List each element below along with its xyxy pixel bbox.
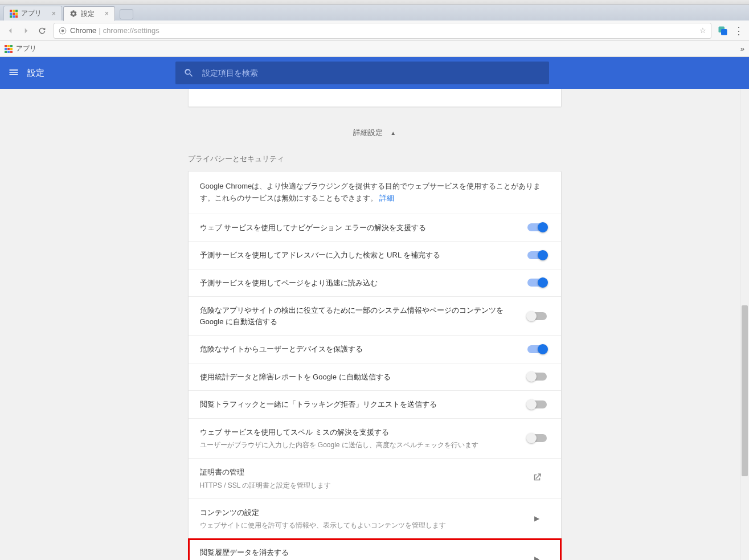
scrollbar-thumb[interactable] [742, 305, 748, 476]
privacy-row-10[interactable]: 閲覧履歴データを消去する閲覧履歴、Cookie、キャッシュなどを削除します▶ [189, 539, 561, 560]
bookmark-star-icon[interactable]: ☆ [699, 26, 706, 35]
row-title: 証明書の管理 [200, 467, 525, 478]
bookmarks-bar: アプリ » [0, 41, 749, 57]
toggle[interactable] [527, 434, 547, 442]
privacy-intro-link[interactable]: 詳細 [379, 194, 394, 202]
apps-icon [5, 45, 13, 53]
row-subtitle: ウェブサイトに使用を許可する情報や、表示してもよいコンテンツを管理します [200, 520, 525, 530]
external-link-icon [532, 472, 542, 484]
privacy-row-4: 危険なサイトからユーザーとデバイスを保護する [189, 336, 561, 363]
row-title: 閲覧トラフィックと一緒に「トラッキング拒否」リクエストを送信する [200, 399, 525, 410]
toggle[interactable] [527, 251, 547, 259]
toggle[interactable] [527, 312, 547, 320]
address-bar[interactable]: Chrome | chrome://settings ☆ [54, 23, 711, 39]
scrollbar[interactable] [740, 89, 749, 560]
advanced-label: 詳細設定 [353, 128, 383, 137]
page-title: 設定 [27, 68, 44, 79]
chevron-up-icon: ▲ [390, 130, 396, 136]
content-area: 詳細設定 ▲ プライバシーとセキュリティ Google Chromeは、より快適… [0, 89, 749, 560]
settings-header: 設定 [0, 57, 749, 89]
close-icon[interactable]: × [52, 10, 56, 18]
translate-extension-icon[interactable] [715, 23, 731, 39]
tab-settings[interactable]: 設定 × [63, 6, 115, 21]
url-path: chrome://settings [103, 26, 159, 35]
url-scheme: Chrome [70, 26, 96, 35]
window-strip [0, 0, 749, 5]
svg-point-1 [62, 29, 64, 32]
toggle[interactable] [527, 279, 547, 287]
row-title: 予測サービスを使用してページをより迅速に読み込む [200, 277, 525, 289]
gear-icon [69, 10, 77, 18]
row-title: 使用統計データと障害レポートを Google に自動送信する [200, 371, 525, 383]
bookmark-apps[interactable]: アプリ [5, 44, 36, 54]
section-title-privacy: プライバシーとセキュリティ [188, 154, 562, 164]
privacy-row-7: ウェブ サービスを使用してスペル ミスの解決を支援するユーザーがブラウザに入力し… [189, 419, 561, 459]
scroll-area[interactable]: 詳細設定 ▲ プライバシーとセキュリティ Google Chromeは、より快適… [0, 89, 749, 560]
row-title: 予測サービスを使用してアドレスバーに入力した検索と URL を補完する [200, 250, 525, 261]
tab-apps[interactable]: アプリ × [3, 6, 62, 21]
tab-label: 設定 [81, 9, 95, 19]
privacy-intro: Google Chromeは、より快適なブラウジングを提供する目的でウェブサービ… [189, 171, 561, 214]
toggle[interactable] [527, 223, 547, 231]
row-subtitle: ユーザーがブラウザに入力した内容を Google に送信し、高度なスペルチェック… [200, 440, 525, 450]
svg-rect-4 [724, 32, 727, 34]
row-title: 閲覧履歴データを消去する [200, 547, 525, 558]
bookmark-label: アプリ [16, 44, 36, 54]
row-title: コンテンツの設定 [200, 507, 525, 518]
privacy-row-8[interactable]: 証明書の管理HTTPS / SSL の証明書と設定を管理します [189, 459, 561, 499]
privacy-row-5: 使用統計データと障害レポートを Google に自動送信する [189, 363, 561, 391]
tab-label: アプリ [21, 9, 42, 18]
chevron-right-icon: ▶ [534, 514, 539, 522]
chrome-icon [59, 27, 67, 35]
tab-strip: アプリ × 設定 × [0, 5, 749, 21]
privacy-row-9[interactable]: コンテンツの設定ウェブサイトに使用を許可する情報や、表示してもよいコンテンツを管… [189, 499, 561, 539]
search-settings[interactable] [175, 62, 549, 84]
new-tab-button[interactable] [120, 9, 133, 19]
chevron-right-icon: ▶ [534, 555, 539, 560]
reload-button[interactable] [34, 23, 50, 39]
row-title: ウェブ サービスを使用してナビゲーション エラーの解決を支援する [200, 222, 525, 234]
privacy-row-3: 危険なアプリやサイトの検出に役立てるために一部のシステム情報やページのコンテンツ… [189, 297, 561, 336]
back-button[interactable] [2, 23, 18, 39]
toolbar: Chrome | chrome://settings ☆ ⋮ [0, 21, 749, 41]
privacy-row-1: 予測サービスを使用してアドレスバーに入力した検索と URL を補完する [189, 242, 561, 269]
privacy-row-2: 予測サービスを使用してページをより迅速に読み込む [189, 269, 561, 297]
row-title: ウェブ サービスを使用してスペル ミスの解決を支援する [200, 427, 525, 438]
browser-menu-button[interactable]: ⋮ [731, 24, 747, 37]
row-subtitle: HTTPS / SSL の証明書と設定を管理します [200, 480, 525, 490]
toggle[interactable] [527, 400, 547, 408]
advanced-toggle[interactable]: 詳細設定 ▲ [188, 128, 562, 138]
row-title: 危険なアプリやサイトの検出に役立てるために一部のシステム情報やページのコンテンツ… [200, 305, 525, 327]
bookmarks-overflow-icon[interactable]: » [740, 44, 744, 53]
search-input[interactable] [202, 68, 541, 77]
privacy-card: Google Chromeは、より快適なブラウジングを提供する目的でウェブサービ… [188, 171, 562, 560]
toggle[interactable] [527, 345, 547, 353]
privacy-row-6: 閲覧トラフィックと一緒に「トラッキング拒否」リクエストを送信する [189, 391, 561, 419]
toggle[interactable] [527, 373, 547, 381]
search-icon [183, 67, 194, 79]
menu-button[interactable] [0, 67, 27, 80]
forward-button[interactable] [18, 23, 34, 39]
privacy-row-0: ウェブ サービスを使用してナビゲーション エラーの解決を支援する [189, 214, 561, 242]
apps-icon [10, 10, 18, 18]
previous-card-stub [188, 89, 562, 107]
close-icon[interactable]: × [105, 10, 109, 18]
row-title: 危険なサイトからユーザーとデバイスを保護する [200, 344, 525, 355]
